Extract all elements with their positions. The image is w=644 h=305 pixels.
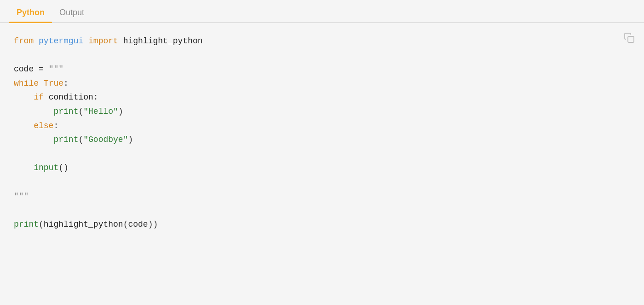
tab-output[interactable]: Output [52, 3, 92, 22]
copy-icon[interactable] [624, 32, 635, 43]
svg-rect-0 [628, 36, 634, 42]
code-area: from pytermgui import highlight_python c… [0, 23, 644, 305]
app-container: Python Output from pytermgui import high… [0, 0, 644, 305]
tabs-bar: Python Output [0, 0, 644, 23]
tab-python[interactable]: Python [9, 3, 52, 22]
code-block: from pytermgui import highlight_python c… [14, 34, 630, 231]
